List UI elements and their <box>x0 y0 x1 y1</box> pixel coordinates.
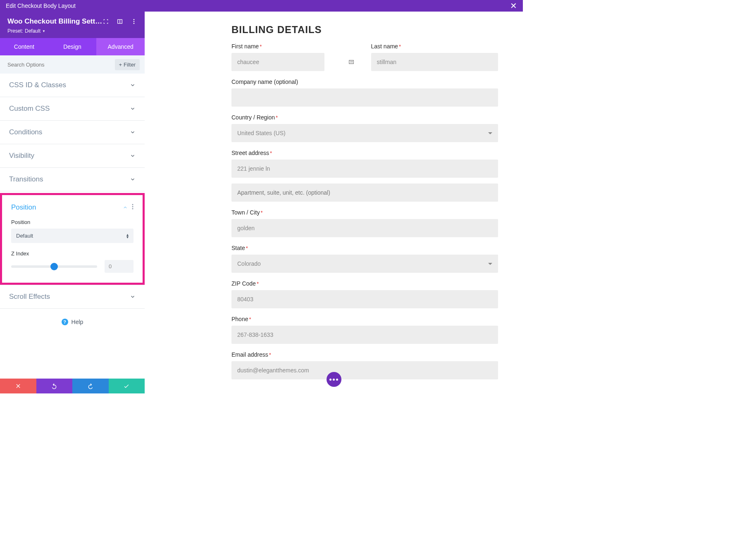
accordion-css-id[interactable]: CSS ID & Classes <box>0 74 145 97</box>
footer-bar <box>0 379 145 393</box>
zindex-value[interactable]: 0 <box>105 260 134 273</box>
first-name-label: First name* <box>231 43 359 50</box>
state-value: Colorado <box>237 260 261 267</box>
preset-value: Default <box>25 28 41 34</box>
state-label: State* <box>231 245 498 251</box>
accordion-label: Transitions <box>9 175 43 183</box>
search-row: + Filter <box>0 55 145 74</box>
svg-point-4 <box>132 206 134 207</box>
chevron-down-icon <box>130 294 136 300</box>
email-label: Email address* <box>231 351 498 358</box>
tab-design[interactable]: Design <box>48 38 97 55</box>
svg-point-1 <box>134 21 135 22</box>
accordion-label: Custom CSS <box>9 105 50 113</box>
tabs: Content Design Advanced <box>0 38 145 55</box>
city-field[interactable] <box>231 219 498 237</box>
country-value: United States (US) <box>237 130 286 136</box>
email-field[interactable] <box>231 361 498 379</box>
accordion-label: CSS ID & Classes <box>9 81 66 89</box>
caret-down-icon: ▼ <box>42 29 45 33</box>
dots-icon <box>329 379 338 381</box>
company-field[interactable] <box>231 88 498 107</box>
help-row[interactable]: ? Help <box>0 309 145 335</box>
chevron-down-icon <box>130 129 136 135</box>
expand-icon[interactable] <box>103 18 109 25</box>
position-field-label: Position <box>11 219 134 225</box>
updown-icon: ▴▾ <box>126 234 129 238</box>
top-bar-title: Edit Checkout Body Layout <box>6 2 76 9</box>
accordion-conditions[interactable]: Conditions <box>0 121 145 144</box>
svg-point-2 <box>134 23 135 24</box>
position-select[interactable]: Default ▴▾ <box>11 229 134 243</box>
more-icon[interactable] <box>132 204 134 211</box>
first-name-field[interactable] <box>231 53 324 71</box>
tab-advanced[interactable]: Advanced <box>96 38 145 55</box>
more-icon[interactable] <box>131 18 137 25</box>
filter-button[interactable]: + Filter <box>115 59 140 70</box>
chevron-down-icon <box>130 82 136 88</box>
country-label: Country / Region* <box>231 114 498 121</box>
chevron-up-icon[interactable] <box>123 205 128 210</box>
phone-field[interactable] <box>231 326 498 344</box>
sidebar-panel: Woo Checkout Billing Setti... Preset: De… <box>0 12 145 393</box>
chevron-down-icon <box>130 176 136 182</box>
save-button[interactable] <box>109 379 145 393</box>
preset-label: Preset: <box>7 28 23 34</box>
chevron-down-icon <box>130 153 136 159</box>
help-label: Help <box>72 319 83 325</box>
position-value: Default <box>16 233 33 239</box>
position-title[interactable]: Position <box>11 203 36 212</box>
accordion-custom-css[interactable]: Custom CSS <box>0 97 145 121</box>
street2-field[interactable] <box>231 183 498 202</box>
fab-button[interactable] <box>327 372 341 387</box>
zindex-slider[interactable] <box>11 265 97 268</box>
module-header: Woo Checkout Billing Setti... Preset: De… <box>0 12 145 38</box>
zindex-field-label: Z Index <box>11 250 134 257</box>
accordion-label: Scroll Effects <box>9 293 50 301</box>
undo-button[interactable] <box>36 379 73 393</box>
filter-label: Filter <box>124 62 136 68</box>
redo-button[interactable] <box>72 379 109 393</box>
svg-point-5 <box>132 208 134 210</box>
cancel-button[interactable] <box>0 379 36 393</box>
svg-point-3 <box>132 204 134 205</box>
billing-heading: BILLING DETAILS <box>231 24 498 36</box>
city-label: Town / City* <box>231 209 498 216</box>
accordion-transitions[interactable]: Transitions <box>0 168 145 191</box>
tab-content[interactable]: Content <box>0 38 48 55</box>
country-select[interactable]: United States (US) <box>231 124 498 142</box>
zip-field[interactable] <box>231 290 498 308</box>
last-name-field[interactable] <box>371 53 498 71</box>
accordion-scroll-effects[interactable]: Scroll Effects <box>0 285 145 309</box>
phone-label: Phone* <box>231 316 498 322</box>
panel-icon[interactable] <box>117 18 123 25</box>
module-title: Woo Checkout Billing Setti... <box>7 17 103 26</box>
state-select[interactable]: Colorado <box>231 255 498 273</box>
slider-thumb[interactable] <box>50 263 58 270</box>
accordion-list: CSS ID & Classes Custom CSS Conditions V… <box>0 74 145 393</box>
accordion-label: Visibility <box>9 152 34 160</box>
preview-pane: BILLING DETAILS First name* Last name* C… <box>145 12 523 393</box>
accordion-visibility[interactable]: Visibility <box>0 144 145 168</box>
zip-label: ZIP Code* <box>231 280 498 287</box>
accordion-position: Position Position Default ▴▾ Z Index <box>2 195 143 283</box>
help-icon: ? <box>62 319 68 325</box>
position-highlight: Position Position Default ▴▾ Z Index <box>0 193 145 285</box>
plus-icon: + <box>119 62 122 68</box>
top-bar: Edit Checkout Body Layout ✕ <box>0 0 523 12</box>
caret-down-icon <box>488 132 492 134</box>
company-label: Company name (optional) <box>231 79 498 85</box>
street-field[interactable] <box>231 160 498 178</box>
svg-point-0 <box>134 19 135 20</box>
caret-down-icon <box>488 263 492 265</box>
preset-selector[interactable]: Preset: Default ▼ <box>7 28 137 34</box>
street-label: Street address* <box>231 150 498 156</box>
accordion-label: Conditions <box>9 128 42 136</box>
close-icon[interactable]: ✕ <box>510 1 517 11</box>
chevron-down-icon <box>130 106 136 112</box>
search-input[interactable] <box>7 62 115 68</box>
last-name-label: Last name* <box>371 43 498 50</box>
contact-icon <box>348 59 355 65</box>
